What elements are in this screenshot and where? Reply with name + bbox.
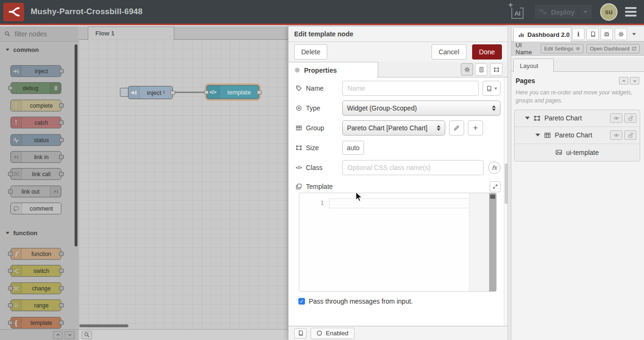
node-port[interactable] bbox=[59, 252, 64, 256]
tab-dashboard-2[interactable]: Dashboard 2.0 bbox=[513, 27, 571, 42]
node-port[interactable] bbox=[8, 189, 13, 194]
palette-node-switch[interactable]: switch bbox=[10, 265, 61, 277]
main-menu-button[interactable] bbox=[625, 7, 636, 17]
palette-node-complete[interactable]: ! complete bbox=[10, 100, 61, 111]
tab-layout[interactable]: Layout bbox=[513, 59, 554, 72]
flow-canvas[interactable]: inject ¹ </> template bbox=[79, 40, 288, 329]
edit-group-button[interactable] bbox=[449, 120, 464, 136]
palette-category-common[interactable]: common bbox=[6, 46, 39, 53]
done-button[interactable]: Done bbox=[472, 44, 502, 60]
edit-template-dialog: Edit template node Delete Cancel Done Pr… bbox=[288, 26, 508, 340]
node-port[interactable] bbox=[170, 91, 175, 95]
horizontal-scrollbar[interactable] bbox=[79, 324, 128, 327]
lock-button[interactable] bbox=[624, 130, 636, 140]
node-port[interactable] bbox=[59, 138, 64, 142]
fx-button[interactable]: fx bbox=[488, 162, 500, 174]
tree-item-widget-ui-template[interactable]: ui-template bbox=[515, 144, 640, 161]
palette-node-link-call[interactable]: link call bbox=[10, 168, 61, 180]
node-help-button[interactable] bbox=[294, 328, 306, 339]
zoom-search-button[interactable] bbox=[82, 331, 92, 339]
name-input[interactable] bbox=[342, 81, 479, 96]
canvas-node-inject[interactable]: inject ¹ bbox=[128, 86, 173, 99]
type-select[interactable]: Widget (Group-Scoped) bbox=[342, 101, 500, 116]
sidebar-splitter[interactable] bbox=[508, 26, 511, 340]
move-up-button[interactable] bbox=[619, 77, 628, 85]
user-avatar[interactable]: su bbox=[600, 3, 618, 21]
canvas-node-template-selected[interactable]: </> template bbox=[206, 85, 259, 99]
visibility-button[interactable] bbox=[610, 113, 622, 123]
tab-properties[interactable]: Properties bbox=[288, 62, 378, 78]
expand-all-button[interactable] bbox=[65, 331, 75, 339]
label-options-button[interactable] bbox=[483, 81, 500, 96]
palette-node-link-in[interactable]: link in bbox=[10, 151, 61, 163]
node-enabled-toggle[interactable]: Enabled bbox=[311, 328, 355, 339]
palette-node-debug[interactable]: debug bbox=[10, 82, 61, 94]
palette-node-range[interactable]: range bbox=[10, 299, 61, 311]
move-down-button[interactable] bbox=[630, 77, 639, 85]
palette-node-catch[interactable]: ! catch bbox=[10, 117, 61, 128]
palette-node-link-out[interactable]: link out bbox=[10, 186, 61, 197]
chevron-down-icon[interactable] bbox=[525, 117, 530, 119]
node-port[interactable] bbox=[8, 286, 13, 290]
flow-tab[interactable]: Flow 1 bbox=[88, 26, 174, 40]
group-select[interactable]: Pareto Chart [Pareto Chart] bbox=[342, 120, 445, 136]
visibility-button[interactable] bbox=[610, 130, 622, 140]
template-code-editor[interactable]: 1 bbox=[299, 193, 497, 292]
passthrough-checkbox[interactable]: ✓ bbox=[298, 298, 305, 305]
description-view-button[interactable] bbox=[475, 63, 487, 76]
filter-nodes-input[interactable] bbox=[14, 30, 66, 38]
tree-item-group-pareto-chart[interactable]: Pareto Chart bbox=[515, 127, 640, 144]
edit-settings-button[interactable]: Edit Settings bbox=[541, 44, 584, 53]
palette-node-template[interactable]: { template bbox=[10, 317, 61, 329]
node-port[interactable] bbox=[204, 90, 209, 94]
node-port[interactable] bbox=[8, 252, 13, 256]
ai-assistant-button[interactable]: AI bbox=[508, 4, 526, 20]
node-port[interactable] bbox=[59, 69, 64, 73]
delete-button[interactable]: Delete bbox=[294, 44, 327, 60]
deploy-button[interactable]: Deploy bbox=[534, 4, 593, 20]
palette-search[interactable] bbox=[0, 26, 78, 42]
lock-open-icon bbox=[627, 115, 634, 121]
node-port[interactable] bbox=[59, 269, 64, 273]
open-dashboard-button[interactable]: Open Dashboard bbox=[586, 44, 640, 53]
properties-view-button[interactable] bbox=[461, 63, 473, 76]
palette-node-function[interactable]: f function bbox=[10, 248, 61, 260]
node-port[interactable] bbox=[8, 303, 13, 307]
editor-scrollbar[interactable] bbox=[489, 193, 496, 291]
chevron-down-icon[interactable] bbox=[535, 134, 540, 136]
lock-button[interactable] bbox=[624, 113, 636, 123]
palette-node-change[interactable]: change bbox=[10, 282, 61, 294]
node-port[interactable] bbox=[59, 120, 64, 125]
expand-editor-button[interactable] bbox=[490, 181, 500, 192]
node-port[interactable] bbox=[59, 155, 64, 159]
node-port[interactable] bbox=[59, 172, 64, 176]
node-port[interactable] bbox=[257, 90, 262, 94]
appearance-view-button[interactable] bbox=[490, 63, 502, 76]
sidebar-menu-button[interactable] bbox=[629, 28, 639, 40]
class-input[interactable] bbox=[342, 160, 483, 175]
palette-node-comment[interactable]: comment bbox=[10, 203, 61, 214]
wire[interactable] bbox=[173, 92, 207, 93]
palette-node-status[interactable]: status bbox=[10, 134, 61, 146]
debug-tab-button[interactable] bbox=[601, 28, 613, 40]
size-auto-button[interactable]: auto bbox=[342, 141, 364, 155]
node-port[interactable] bbox=[8, 321, 13, 325]
help-tab-button[interactable] bbox=[586, 28, 599, 40]
collapse-all-button[interactable] bbox=[53, 331, 63, 339]
add-group-button[interactable]: + bbox=[468, 120, 483, 136]
palette-scrollbar[interactable] bbox=[75, 44, 77, 246]
node-port[interactable] bbox=[59, 103, 64, 108]
node-port[interactable] bbox=[59, 303, 64, 307]
config-tab-button[interactable] bbox=[615, 28, 627, 40]
palette-node-inject[interactable]: inject bbox=[10, 65, 61, 77]
info-tab-button[interactable]: i bbox=[572, 28, 585, 40]
node-port[interactable] bbox=[59, 321, 64, 325]
node-port[interactable] bbox=[8, 86, 13, 90]
tree-item-page-pareto-chart[interactable]: Pareto Chart bbox=[515, 110, 640, 127]
node-port[interactable] bbox=[8, 172, 13, 176]
cancel-button[interactable]: Cancel bbox=[432, 44, 466, 60]
palette-category-function[interactable]: function bbox=[6, 230, 37, 237]
node-port[interactable] bbox=[8, 269, 13, 273]
deploy-dropdown-icon[interactable] bbox=[584, 11, 587, 13]
node-port[interactable] bbox=[59, 286, 64, 290]
